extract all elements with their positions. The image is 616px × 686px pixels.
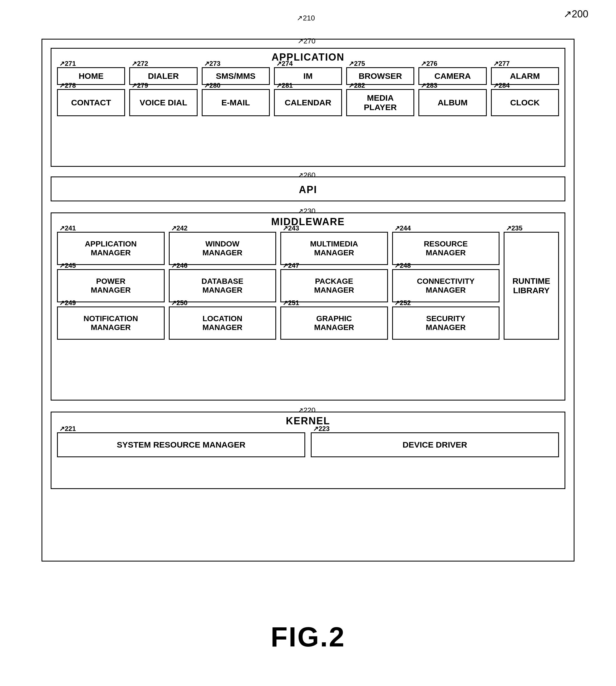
app-mediaplayer: ↗282 MEDIA PLAYER [346,89,414,116]
mw-row-1: ↗241 APPLICATION MANAGER ↗242 WINDOW MAN… [57,232,500,265]
middleware-main: ↗241 APPLICATION MANAGER ↗242 WINDOW MAN… [57,232,500,340]
layer-application-title: APPLICATION [51,49,565,65]
mw-database-manager: ↗246 DATABASE MANAGER [169,269,277,302]
mw-security-manager: ↗252 SECURITY MANAGER [392,306,500,340]
runtime-col: ↗235 RUNTIME LIBRARY [504,232,559,340]
app-contact: ↗278 CONTACT [57,89,125,116]
mw-graphic-manager: ↗251 GRAPHIC MANAGER [280,306,388,340]
mw-row-3: ↗249 NOTIFICATION MANAGER ↗250 LOCATION … [57,306,500,340]
mw-notification-manager: ↗249 NOTIFICATION MANAGER [57,306,164,340]
mw-resource-manager: ↗244 RESOURCE MANAGER [392,232,500,265]
mw-row-2: ↗245 POWER MANAGER ↗246 DATABASE MANAGER… [57,269,500,302]
mw-app-manager: ↗241 APPLICATION MANAGER [57,232,164,265]
box-230: MIDDLEWARE ↗241 APPLICATION MANAGER ↗242… [51,212,565,401]
layer-kernel-title: KERNEL [51,412,565,428]
apps-row-2: ↗278 CONTACT ↗279 VOICE DIAL ↗280 E-MAIL… [57,89,559,116]
kernel-system-resource: ↗221 SYSTEM RESOURCE MANAGER [57,432,305,457]
box-260: API [51,177,565,201]
box-210: ↗270 APPLICATION ↗271 HOME ↗272 DIALER [42,39,574,562]
kernel-row: ↗221 SYSTEM RESOURCE MANAGER ↗223 DEVICE… [51,430,565,460]
fig-label: FIG.2 [271,621,345,653]
mw-connectivity-manager: ↗248 CONNECTIVITY MANAGER [392,269,500,302]
runtime-library-box: ↗235 RUNTIME LIBRARY [504,232,559,340]
mw-power-manager: ↗245 POWER MANAGER [57,269,164,302]
mw-window-manager: ↗242 WINDOW MANAGER [169,232,277,265]
app-calendar: ↗281 CALENDAR [274,89,342,116]
apps-grid: ↗271 HOME ↗272 DIALER ↗273 SMS/MMS ↗274 … [51,65,565,119]
ref-270-label: ↗270 [298,37,315,45]
box-220: KERNEL ↗221 SYSTEM RESOURCE MANAGER ↗223… [51,412,565,489]
app-email: ↗280 E-MAIL [202,89,270,116]
layer-middleware-title: MIDDLEWARE [51,213,565,229]
mw-package-manager: ↗247 PACKAGE MANAGER [280,269,388,302]
kernel-device-driver: ↗223 DEVICE DRIVER [311,432,559,457]
box-270: APPLICATION ↗271 HOME ↗272 DIALER ↗273 S… [51,48,565,167]
ref-210: ↗210 [296,14,315,22]
app-album: ↗283 ALBUM [418,89,486,116]
app-clock: ↗284 CLOCK [491,89,559,116]
diagram-area: ↗210 ↗270 APPLICATION ↗271 HOME ↗272 DIA… [28,17,588,575]
mw-location-manager: ↗250 LOCATION MANAGER [169,306,277,340]
mw-multimedia-manager: ↗243 MULTIMEDIA MANAGER [280,232,388,265]
layer-api-title: API [299,181,317,197]
app-voicedial: ↗279 VOICE DIAL [129,89,197,116]
middleware-grid: ↗241 APPLICATION MANAGER ↗242 WINDOW MAN… [51,229,565,342]
